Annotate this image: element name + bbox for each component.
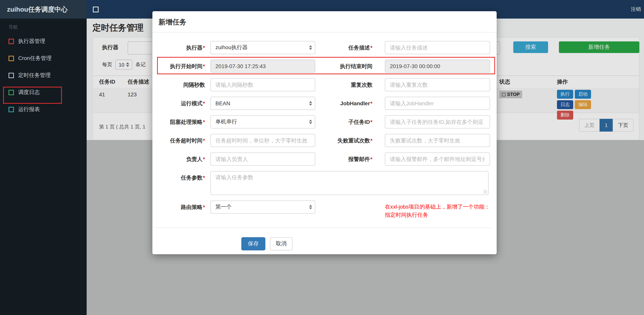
- route-strategy-label: 路由策略*: [156, 200, 210, 214]
- job-params-textarea[interactable]: [210, 171, 488, 195]
- alarm-email-label: 报警邮件*: [315, 152, 385, 166]
- modal-title: 新增任务: [158, 18, 186, 26]
- owner-input[interactable]: [210, 152, 315, 166]
- form-row: 执行开始时间* 执行结束时间: [156, 60, 491, 73]
- interval-input[interactable]: [210, 78, 315, 91]
- job-desc-input[interactable]: [385, 41, 490, 54]
- timeout-input[interactable]: [210, 134, 315, 147]
- block-strategy-label: 阻塞处理策略*: [156, 115, 210, 128]
- add-task-modal: 新增任务 执行器* zuihou执行器 任务描述* 执行开始时间* 执行结束时间…: [152, 11, 497, 254]
- modal-body: 执行器* zuihou执行器 任务描述* 执行开始时间* 执行结束时间 间隔秒数…: [152, 33, 497, 250]
- jobhandler-input[interactable]: [385, 97, 490, 110]
- feature-note-line1: 在xxl-jobs项目的基础上，新增了一个功能：: [385, 203, 491, 211]
- modal-header: 新增任务: [152, 11, 497, 33]
- cancel-button[interactable]: 取消: [270, 237, 292, 250]
- repeat-label: 重复次数: [315, 78, 385, 91]
- form-row: 任务参数*: [156, 171, 491, 195]
- repeat-input[interactable]: [385, 78, 490, 91]
- timeout-label: 任务超时时间*: [156, 134, 210, 147]
- executor-select[interactable]: zuihou执行器: [210, 41, 315, 54]
- form-row: 间隔秒数 重复次数: [156, 78, 491, 91]
- select-arrows-icon: [309, 205, 312, 209]
- end-time-label: 执行结束时间: [315, 60, 385, 73]
- form-row: 负责人* 报警邮件*: [156, 152, 491, 166]
- retry-count-input[interactable]: [385, 134, 490, 147]
- form-row: 运行模式* BEAN JobHandler*: [156, 97, 491, 110]
- form-row: 任务超时时间* 失败重试次数*: [156, 134, 491, 147]
- save-button[interactable]: 保存: [241, 237, 265, 250]
- retry-count-label: 失败重试次数*: [315, 134, 385, 147]
- run-mode-select[interactable]: BEAN: [210, 97, 315, 110]
- form-row: 阻塞处理策略* 单机串行 子任务ID*: [156, 115, 491, 128]
- interval-label: 间隔秒数: [156, 78, 210, 91]
- form-row: 路由策略* 第一个 在xxl-jobs项目的基础上，新增了一个功能： 指定时间执…: [156, 200, 491, 219]
- app-root: zuihou任务调度中心 注销 导航 执行器管理 Cron任务管理 定时任务管理…: [0, 0, 644, 315]
- feature-note: 在xxl-jobs项目的基础上，新增了一个功能： 指定时间执行任务: [385, 200, 491, 219]
- end-time-input[interactable]: [385, 60, 490, 73]
- job-params-label: 任务参数*: [156, 171, 210, 184]
- jobhandler-label: JobHandler*: [315, 97, 385, 110]
- alarm-email-input[interactable]: [385, 152, 490, 166]
- start-time-input[interactable]: [210, 60, 315, 73]
- run-mode-label: 运行模式*: [156, 97, 210, 110]
- route-strategy-select[interactable]: 第一个: [210, 200, 315, 214]
- executor-label: 执行器*: [156, 41, 210, 54]
- child-job-input[interactable]: [385, 115, 490, 128]
- select-arrows-icon: [309, 101, 312, 106]
- feature-note-line2: 指定时间执行任务: [385, 211, 491, 219]
- owner-label: 负责人*: [156, 152, 210, 166]
- select-arrows-icon: [309, 120, 312, 124]
- job-desc-label: 任务描述*: [315, 41, 385, 54]
- select-arrows-icon: [309, 45, 312, 50]
- form-row: 执行器* zuihou执行器 任务描述*: [156, 41, 491, 54]
- start-time-label: 执行开始时间*: [156, 60, 210, 73]
- child-job-label: 子任务ID*: [315, 115, 385, 128]
- modal-actions: 保存 取消: [152, 228, 497, 250]
- block-strategy-select[interactable]: 单机串行: [210, 115, 315, 128]
